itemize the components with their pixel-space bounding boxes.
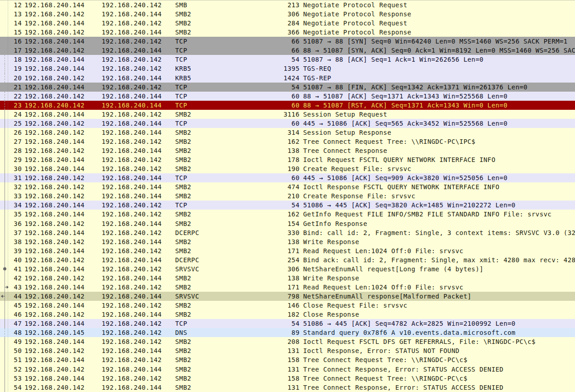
- packet-row[interactable]: 27 192.168.240.144 192.168.240.142 SMB2 …: [0, 137, 575, 146]
- packet-row[interactable]: 52 192.168.240.142 192.168.240.144 SMB2 …: [0, 365, 575, 374]
- protocol: SMB2: [172, 356, 211, 363]
- source-address: 192.168.240.144: [22, 375, 99, 382]
- protocol: SMB2: [172, 384, 211, 391]
- packet-length: 366: [211, 29, 300, 36]
- destination-address: 192.168.240.142: [99, 1, 172, 9]
- packet-row[interactable]: 19 192.168.240.144 192.168.240.142 KRB5 …: [0, 64, 575, 73]
- source-address: 192.168.240.142: [22, 10, 99, 18]
- packet-row[interactable]: 38 192.168.240.142 192.168.240.144 SMB2 …: [0, 237, 575, 246]
- packet-length: 131: [211, 384, 300, 391]
- packet-row[interactable]: 43 192.168.240.144 192.168.240.142 SMB2 …: [0, 283, 575, 292]
- protocol: SMB2: [172, 138, 211, 145]
- packet-row[interactable]: 50 192.168.240.142 192.168.240.144 SMB2 …: [0, 346, 575, 355]
- packet-row[interactable]: 12 192.168.240.144 192.168.240.142 SMB 2…: [0, 0, 575, 10]
- packet-row[interactable]: 21 192.168.240.144 192.168.240.142 TCP 5…: [0, 83, 575, 92]
- packet-row[interactable]: 31 192.168.240.142 192.168.240.144 TCP 6…: [0, 173, 575, 182]
- packet-row[interactable]: 26 192.168.240.142 192.168.240.144 SMB2 …: [0, 128, 575, 137]
- protocol: TCP: [172, 201, 211, 209]
- protocol: SMB2: [172, 284, 211, 291]
- conversation-line: [0, 128, 8, 137]
- packet-row[interactable]: 22 192.168.240.142 192.168.240.144 TCP 6…: [0, 92, 575, 101]
- packet-number: 35: [8, 211, 22, 218]
- packet-info: Create Response File: srvsvc: [300, 192, 575, 200]
- packet-row[interactable]: 25 192.168.240.142 192.168.240.144 TCP 6…: [0, 119, 575, 128]
- destination-address: 192.168.240.142: [99, 83, 172, 91]
- protocol: SMB2: [172, 247, 211, 255]
- protocol: SMB: [172, 1, 211, 9]
- packet-row[interactable]: 15 192.168.240.142 192.168.240.144 SMB2 …: [0, 28, 575, 37]
- destination-address: 192.168.240.144: [99, 311, 172, 318]
- destination-address: 192.168.240.142: [99, 165, 172, 172]
- source-address: 192.168.240.144: [22, 83, 99, 91]
- packet-row[interactable]: 32 192.168.240.142 192.168.240.144 SMB2 …: [0, 182, 575, 191]
- packet-row[interactable]: 28 192.168.240.142 192.168.240.144 SMB2 …: [0, 146, 575, 155]
- source-address: 192.168.240.142: [22, 274, 99, 282]
- packet-row[interactable]: 49 192.168.240.144 192.168.240.142 SMB2 …: [0, 337, 575, 346]
- packet-info: Read Request Len:1024 Off:0 File: srvsvc: [300, 247, 575, 255]
- packet-row[interactable]: 24 192.168.240.144 192.168.240.142 SMB2 …: [0, 110, 575, 119]
- conversation-line: [0, 346, 8, 355]
- protocol: DCERPC: [172, 229, 211, 236]
- packet-length: 1424: [211, 74, 300, 82]
- packet-row[interactable]: 41 192.168.240.144 192.168.240.142 SRVSV…: [0, 265, 575, 274]
- source-address: 192.168.240.142: [22, 192, 99, 200]
- packet-row[interactable]: 33 192.168.240.142 192.168.240.144 SMB2 …: [0, 191, 575, 201]
- packet-row[interactable]: 34 192.168.240.144 192.168.240.142 TCP 5…: [0, 201, 575, 210]
- packet-row[interactable]: 30 192.168.240.144 192.168.240.142 SMB2 …: [0, 164, 575, 173]
- packet-length: 154: [211, 220, 300, 227]
- packet-number: 36: [8, 220, 22, 227]
- protocol: KRB5: [172, 65, 211, 72]
- packet-row[interactable]: 47 192.168.240.144 192.168.240.142 TCP 5…: [0, 319, 575, 328]
- protocol: SMB2: [172, 156, 211, 163]
- packet-row[interactable]: 37 192.168.240.144 192.168.240.142 DCERP…: [0, 228, 575, 237]
- packet-length: 162: [211, 211, 300, 218]
- packet-info: Tree Connect Response: [300, 147, 575, 154]
- packet-info: Ioctl Request FSCTL_DFS_GET_REFERRALS, F…: [300, 338, 575, 345]
- packet-row[interactable]: 29 192.168.240.144 192.168.240.142 SMB2 …: [0, 155, 575, 164]
- packet-info: Ioctl Request FSCTL_QUERY_NETWORK_INTERF…: [300, 156, 575, 163]
- packet-number: 39: [8, 247, 22, 255]
- packet-info: 51087 → 88 [FIN, ACK] Seq=1342 Ack=1371 …: [300, 83, 575, 91]
- packet-row[interactable]: 36 192.168.240.142 192.168.240.144 SMB2 …: [0, 219, 575, 228]
- destination-address: 192.168.240.142: [99, 356, 172, 363]
- protocol: TCP: [172, 120, 211, 127]
- packet-info: Tree Connect Response, Error: STATUS_ACC…: [300, 384, 575, 391]
- packet-length: 138: [211, 274, 300, 282]
- packet-info: NetShareEnumAll request[Long frame (4 by…: [300, 265, 575, 273]
- packet-row[interactable]: 39 192.168.240.144 192.168.240.142 SMB2 …: [0, 246, 575, 255]
- packet-row[interactable]: 40 192.168.240.142 192.168.240.144 DCERP…: [0, 255, 575, 265]
- packet-row[interactable]: 53 192.168.240.144 192.168.240.142 SMB2 …: [0, 374, 575, 383]
- packet-row[interactable]: 48 192.168.240.145 192.168.240.142 DNS 8…: [0, 328, 575, 337]
- packet-row[interactable]: 42 192.168.240.142 192.168.240.144 SMB2 …: [0, 274, 575, 283]
- packet-row[interactable]: 23 192.168.240.142 192.168.240.144 TCP 6…: [0, 101, 575, 110]
- conversation-line-dashed: [0, 92, 8, 101]
- destination-address: 192.168.240.144: [99, 102, 172, 109]
- packet-info: 51086 → 445 [ACK] Seq=4782 Ack=2825 Win=…: [300, 320, 575, 327]
- packet-row[interactable]: 16 192.168.240.144 192.168.240.142 TCP 6…: [0, 37, 575, 46]
- packet-info: Standard query 0x78f6 A v10.events.data.…: [300, 329, 575, 336]
- packet-length: 66: [211, 38, 300, 45]
- packet-row[interactable]: 46 192.168.240.142 192.168.240.144 SMB2 …: [0, 310, 575, 319]
- packet-row[interactable]: 54 192.168.240.142 192.168.240.144 SMB2 …: [0, 383, 575, 392]
- packet-row[interactable]: 51 192.168.240.144 192.168.240.142 SMB2 …: [0, 355, 575, 364]
- conversation-line: [0, 383, 8, 392]
- packet-row[interactable]: 14 192.168.240.144 192.168.240.142 SMB2 …: [0, 19, 575, 28]
- packet-row[interactable]: 35 192.168.240.144 192.168.240.142 SMB2 …: [0, 210, 575, 219]
- packet-row[interactable]: 17 192.168.240.142 192.168.240.144 TCP 6…: [0, 46, 575, 55]
- destination-address: 192.168.240.144: [99, 220, 172, 227]
- destination-address: 192.168.240.142: [99, 138, 172, 145]
- packet-info: GetInfo Response: [300, 220, 575, 227]
- packet-row[interactable]: 44 192.168.240.142 192.168.240.144 SRVSV…: [0, 292, 575, 301]
- packet-row[interactable]: 13 192.168.240.142 192.168.240.144 SMB2 …: [0, 10, 575, 19]
- destination-address: 192.168.240.144: [99, 183, 172, 191]
- protocol: TCP: [172, 47, 211, 54]
- source-address: 192.168.240.142: [22, 102, 99, 109]
- no-marker: [0, 37, 8, 46]
- packet-row[interactable]: 18 192.168.240.144 192.168.240.142 TCP 5…: [0, 55, 575, 64]
- packet-row[interactable]: 20 192.168.240.142 192.168.240.144 KRB5 …: [0, 74, 575, 83]
- packet-length: 162: [211, 138, 300, 145]
- packet-info: Session Setup Request: [300, 111, 575, 118]
- destination-address: 192.168.240.142: [99, 338, 172, 345]
- packet-row[interactable]: 45 192.168.240.144 192.168.240.142 SMB2 …: [0, 301, 575, 310]
- destination-address: 192.168.240.142: [99, 320, 172, 327]
